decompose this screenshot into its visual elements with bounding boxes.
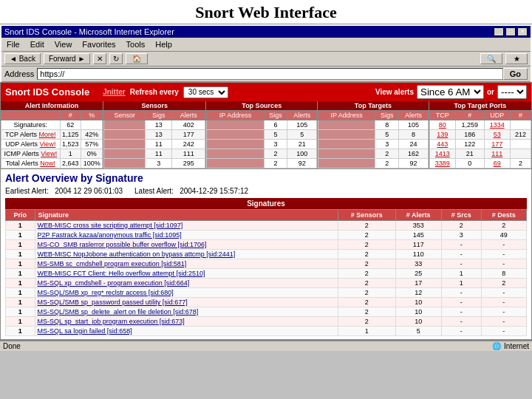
table-row: UDP Alerts View! 1,523 57% bbox=[1, 140, 103, 149]
go-button[interactable]: Go bbox=[503, 68, 528, 80]
sig-label: Signatures: bbox=[1, 120, 61, 130]
table-row: ICMP Alerts View! 1 0% bbox=[1, 149, 103, 159]
table-row: ██████████ 3 24 bbox=[318, 140, 429, 149]
sig-link[interactable]: MS-SQL sp_start_job program execution [s… bbox=[38, 318, 185, 325]
tcp-port[interactable]: 80 bbox=[429, 120, 455, 130]
earliest-label: Earliest Alert: bbox=[5, 187, 49, 195]
page-title: Snort Web Interface bbox=[0, 0, 532, 24]
tgt-ip: ██████████ bbox=[318, 130, 375, 140]
menu-tools[interactable]: Tools bbox=[124, 39, 148, 50]
menu-edit[interactable]: Edit bbox=[28, 39, 47, 50]
alert-meta: Earliest Alert: 2004 12 29 06:01:03 Late… bbox=[5, 187, 527, 195]
port-col-udp: UDP bbox=[484, 111, 510, 120]
view-alerts-select[interactable]: Since 6 AM Last hour Today bbox=[417, 85, 484, 99]
tgt-ip: ██████████ bbox=[318, 120, 375, 130]
ids-main-content: Snort IDS Console Jnitter Refresh every … bbox=[0, 82, 532, 341]
sig-col-prio: Prio bbox=[6, 210, 35, 221]
menu-help[interactable]: Help bbox=[153, 39, 174, 50]
menu-file[interactable]: File bbox=[4, 39, 22, 50]
alert-info-header: Alert Information bbox=[1, 101, 103, 110]
tgt-col-ip: IP Address bbox=[318, 111, 375, 120]
back-button[interactable]: ◄ Back bbox=[4, 53, 41, 64]
sig-link[interactable]: MS-CO_SMB raslerror possible buffer over… bbox=[38, 241, 207, 248]
zone-indicator: 🌐 Internet bbox=[492, 342, 529, 350]
table-row: ██████ 13 177 bbox=[104, 130, 205, 140]
browser-toolbar: ◄ Back Forward ► ✕ ↻ 🏠 🔍 ★ bbox=[1, 52, 531, 66]
forward-button[interactable]: Forward ► bbox=[44, 53, 90, 64]
tcp-more-link[interactable]: More! bbox=[38, 131, 55, 138]
table-row: ██████████ 8 105 bbox=[318, 120, 429, 130]
table-row: 139 186 53 212 bbox=[429, 130, 531, 140]
udp-port[interactable]: 53 bbox=[484, 130, 510, 140]
minimize-button[interactable]: _ bbox=[494, 27, 504, 36]
menu-favorites[interactable]: Favorites bbox=[80, 39, 117, 50]
browser-statusbar: Done 🌐 Internet bbox=[0, 341, 532, 351]
alert-info-table: # % Signatures: 62 TCP Alerts More! 1,12… bbox=[1, 110, 103, 168]
udp-port[interactable]: 111 bbox=[484, 149, 510, 159]
sig-link[interactable]: WEB-MISC FCT Client: Hello overflow atte… bbox=[38, 270, 205, 277]
total-now-link[interactable]: Now! bbox=[40, 160, 55, 167]
table-row: ██████ 11 111 bbox=[104, 149, 205, 159]
signatures-header: Signatures bbox=[5, 198, 527, 209]
udp-port[interactable]: 69 bbox=[484, 159, 510, 168]
udp-view-link[interactable]: View! bbox=[40, 140, 56, 148]
top-targets-section: Top Targets IP Address Sigs Alerts █████… bbox=[318, 101, 429, 168]
home-button[interactable]: 🏠 bbox=[126, 53, 148, 64]
menu-view[interactable]: View bbox=[52, 39, 75, 50]
sig-link[interactable]: P2P Fastrack kazaa/anonymous traffic [si… bbox=[38, 231, 182, 239]
sensors-table: Sensor Sigs Alerts ██████ 13 402 ██████ … bbox=[103, 110, 205, 168]
sig-link[interactable]: MS-SQL/SMB xp_reg* reclstr access [sid:6… bbox=[38, 289, 174, 296]
address-input[interactable] bbox=[37, 68, 502, 80]
earliest-value: 2004 12 29 06:01:03 bbox=[55, 187, 123, 195]
view-alerts-label: View alerts bbox=[375, 88, 414, 96]
sig-link[interactable]: MS-SQL sa login failed [sid:658] bbox=[38, 327, 132, 335]
go-select[interactable]: ---- bbox=[497, 85, 527, 99]
ids-controls-right: View alerts Since 6 AM Last hour Today o… bbox=[375, 85, 527, 99]
refresh-select[interactable]: 30 secs 60 secs 5 mins bbox=[183, 86, 228, 98]
src-ip: ██████████ bbox=[207, 120, 264, 130]
top-ports-table: TCP # UDP # 80 1,259 1334 139 186 53 212 bbox=[429, 110, 531, 168]
table-row: 80 1,259 1334 bbox=[429, 120, 531, 130]
src-ip: ██████████ bbox=[207, 130, 264, 140]
close-button[interactable]: ✕ bbox=[517, 27, 528, 36]
latest-value: 2004-12-29 15:57:12 bbox=[180, 187, 248, 195]
stats-area: Alert Information # % Signatures: 62 TCP… bbox=[1, 101, 531, 169]
tcp-port[interactable]: 443 bbox=[429, 140, 455, 149]
sig-link[interactable]: WEB-MISC cross site scripting attempt [s… bbox=[38, 222, 183, 229]
udp-port[interactable]: 1334 bbox=[484, 120, 510, 130]
src-ip: ██████████ bbox=[207, 159, 264, 168]
icmp-view-link[interactable]: View! bbox=[41, 150, 57, 157]
table-row: TCP Alerts More! 1,125 42% bbox=[1, 130, 103, 140]
jnitter-link[interactable]: Jnitter bbox=[103, 88, 126, 96]
sensor-col-sensor: Sensor bbox=[104, 111, 146, 120]
tcp-port[interactable]: 1413 bbox=[429, 149, 455, 159]
sensors-header: Sensors bbox=[103, 101, 205, 110]
sig-link[interactable]: MS-SQL/SMB sp_delete_alert on file delet… bbox=[38, 308, 199, 316]
table-row: Signatures: 62 bbox=[1, 120, 103, 130]
table-row: 1 MS-SQL sa login failed [sid:658] 1 5 -… bbox=[6, 327, 527, 336]
sig-link[interactable]: MS-SQL xp_cmdshell - program execution [… bbox=[38, 279, 190, 287]
tcp-port[interactable]: 3389 bbox=[429, 159, 455, 168]
udp-port[interactable]: 177 bbox=[484, 140, 510, 149]
ids-console-title: Snort IDS Console bbox=[5, 86, 89, 98]
table-row: 1 MS-SQL/SMB sp_delete_alert on file del… bbox=[6, 307, 527, 317]
sig-link[interactable]: WEB-MISC NopJobone authentication on byp… bbox=[38, 250, 236, 258]
table-row: ██████ 3 295 bbox=[104, 159, 205, 168]
window-controls: _ □ ✕ bbox=[494, 27, 528, 36]
table-row: 1 WEB-MISC cross site scripting attempt … bbox=[6, 221, 527, 231]
favorites-button[interactable]: ★ bbox=[505, 53, 528, 64]
table-row: Total Alerts Now! 2,643 100% bbox=[1, 159, 103, 168]
refresh-label: Refresh every bbox=[130, 88, 179, 96]
sensor-ip: ██████ bbox=[104, 140, 146, 149]
sig-link[interactable]: MS-SMB sc_cmdshell program execution [si… bbox=[38, 260, 187, 267]
table-row: 1 MS-SQL/SMB sp_password passed utility … bbox=[6, 298, 527, 307]
tcp-port[interactable]: 139 bbox=[429, 130, 455, 140]
zone-icon: 🌐 bbox=[492, 342, 501, 350]
search-button[interactable]: 🔍 bbox=[480, 53, 502, 64]
icmp-label: ICMP Alerts View! bbox=[1, 149, 61, 159]
refresh-button[interactable]: ↻ bbox=[109, 53, 123, 64]
sig-link[interactable]: MS-SQL/SMB sp_password passed utility [s… bbox=[38, 299, 188, 306]
stop-button[interactable]: ✕ bbox=[93, 53, 106, 64]
maximize-button[interactable]: □ bbox=[505, 27, 516, 36]
table-row: 1413 21 111 bbox=[429, 149, 531, 159]
